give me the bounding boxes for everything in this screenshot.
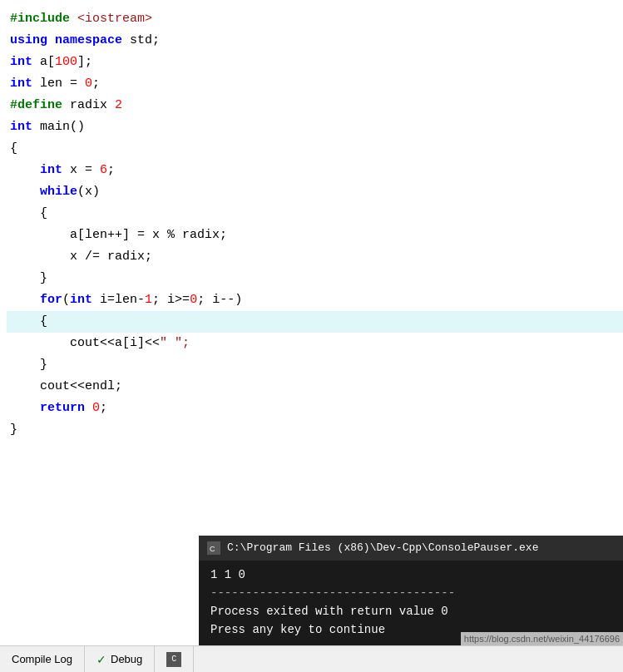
compile-log-tab[interactable]: Compile Log <box>0 646 85 672</box>
debug-label: Debug <box>111 653 142 665</box>
code-line: return 0; <box>7 398 623 419</box>
console-window: C C:\Program Files (x86)\Dev-Cpp\Console… <box>199 536 623 645</box>
console-title-bar: C C:\Program Files (x86)\Dev-Cpp\Console… <box>199 536 623 561</box>
code-line: int len = 0; <box>7 73 623 95</box>
code-line: cout<<a[i]<<" "; <box>7 333 623 354</box>
console-window-icon: C <box>207 541 220 555</box>
code-line: int x = 6; <box>7 160 623 181</box>
code-line: cout<<endl; <box>7 376 623 398</box>
console-divider: ----------------------------------- <box>210 584 611 602</box>
code-line: } <box>7 268 623 289</box>
code-line: using namespace std; <box>7 30 623 52</box>
code-line: { <box>7 203 623 225</box>
c-tab[interactable]: C <box>155 646 194 672</box>
code-line: } <box>7 419 623 441</box>
code-line: int main() <box>7 116 623 138</box>
c-icon: C <box>166 652 181 667</box>
svg-text:C: C <box>210 545 215 553</box>
code-line: while(x) <box>7 181 623 203</box>
console-result: 1 1 0 <box>210 566 611 584</box>
console-process-msg: Process exited with return value 0 <box>210 602 611 620</box>
code-line: int a[100]; <box>7 52 623 73</box>
code-line: x /= radix; <box>7 246 623 268</box>
code-line: } <box>7 354 623 376</box>
code-line: { <box>7 138 623 160</box>
watermark: https://blog.csdn.net/weixin_44176696 <box>461 632 623 645</box>
code-line: { <box>7 311 623 333</box>
code-line: a[len++] = x % radix; <box>7 225 623 246</box>
debug-tab[interactable]: ✓ Debug <box>85 646 155 672</box>
code-line: #define radix 2 <box>7 95 623 116</box>
code-line: #include <iostream> <box>7 8 623 30</box>
check-icon: ✓ <box>96 653 106 666</box>
code-line: for(int i=len-1; i>=0; i--) <box>7 289 623 311</box>
console-title-text: C:\Program Files (x86)\Dev-Cpp\ConsolePa… <box>227 539 538 557</box>
bottom-bar: Compile Log ✓ Debug C <box>0 645 623 672</box>
console-output-text: 1 1 0 ----------------------------------… <box>210 566 611 639</box>
compile-log-label: Compile Log <box>12 653 72 665</box>
